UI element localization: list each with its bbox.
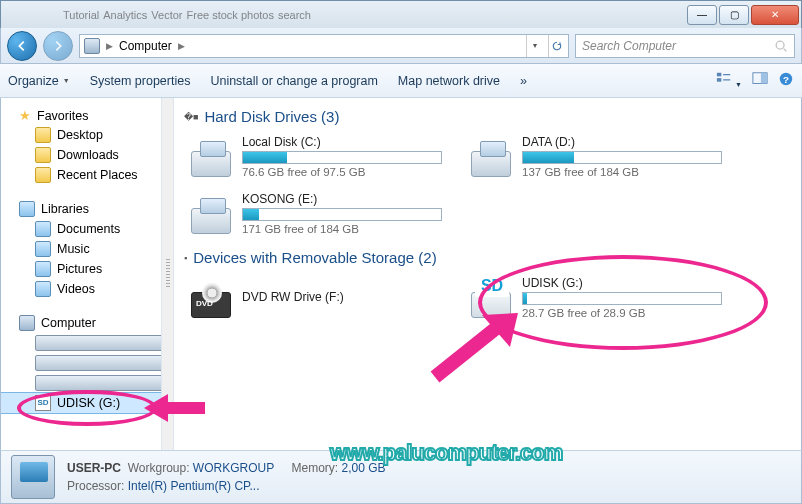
hard-drive-icon	[470, 137, 512, 177]
sidebar-item-data-d[interactable]: DATA (D:)	[1, 353, 161, 373]
bg-tab: search	[278, 9, 311, 21]
computer-name: USER-PC	[67, 461, 121, 475]
section-hard-disk-drives[interactable]: �■Hard Disk Drives (3)	[184, 104, 791, 131]
memory-label: Memory:	[292, 461, 339, 475]
sidebar-item-downloads[interactable]: Downloads	[1, 145, 161, 165]
help-button[interactable]: ?	[778, 71, 794, 90]
chevron-right-icon: ▶	[178, 41, 185, 51]
workgroup-label: Workgroup:	[128, 461, 190, 475]
processor-value: Intel(R) Pentium(R) CP...	[128, 479, 260, 493]
sidebar-item-videos[interactable]: Videos	[1, 279, 161, 299]
search-icon	[774, 39, 788, 53]
minimize-button[interactable]: —	[687, 5, 717, 25]
map-drive-button[interactable]: Map network drive	[398, 74, 500, 88]
breadcrumb-segment[interactable]: Computer	[119, 39, 172, 53]
drive-free-text: 76.6 GB free of 97.5 GB	[242, 166, 458, 178]
music-icon	[35, 241, 51, 257]
usage-bar	[242, 151, 442, 164]
chevron-down-icon: ▼	[63, 77, 70, 84]
pictures-icon	[35, 261, 51, 277]
search-placeholder: Search Computer	[582, 39, 676, 53]
preview-pane-icon	[752, 71, 768, 87]
svg-point-0	[776, 41, 784, 49]
sidebar-item-local-disk-c[interactable]: Local Disk (C:)	[1, 333, 161, 353]
bg-tab: Tutorial	[63, 9, 99, 21]
favorites-group[interactable]: ★Favorites	[1, 104, 161, 125]
sidebar-item-kosong-e[interactable]: KOSONG (E:)	[1, 373, 161, 393]
svg-rect-2	[716, 78, 720, 82]
bg-tab: Free stock photos	[187, 9, 274, 21]
svg-rect-4	[761, 73, 767, 84]
collapse-icon: ▪	[184, 253, 187, 263]
drive-free-text: 28.7 GB free of 28.9 GB	[522, 307, 738, 319]
close-button[interactable]: ✕	[751, 5, 799, 25]
refresh-icon	[551, 40, 563, 52]
sidebar-item-udisk-g[interactable]: SDUDISK (G:)	[1, 393, 161, 413]
maximize-button[interactable]: ▢	[719, 5, 749, 25]
refresh-button[interactable]	[548, 35, 564, 57]
sidebar-item-pictures[interactable]: Pictures	[1, 259, 161, 279]
drive-icon	[35, 375, 161, 391]
address-bar[interactable]: ▶ Computer ▶ ▾	[79, 34, 569, 58]
details-pane: USER-PC Workgroup: WORKGROUP Memory: 2,0…	[0, 450, 802, 504]
svg-text:?: ?	[783, 74, 789, 85]
address-dropdown-button[interactable]: ▾	[526, 35, 542, 57]
sidebar-item-recent[interactable]: Recent Places	[1, 165, 161, 185]
back-button[interactable]	[7, 31, 37, 61]
computer-icon	[19, 315, 35, 331]
sidebar-item-music[interactable]: Music	[1, 239, 161, 259]
dvd-drive-icon	[190, 278, 232, 318]
bg-tab: Analytics	[103, 9, 147, 21]
libraries-icon	[19, 201, 35, 217]
documents-icon	[35, 221, 51, 237]
toolbar-overflow[interactable]: »	[520, 74, 527, 88]
hard-drive-icon	[190, 194, 232, 234]
navbar: ▶ Computer ▶ ▾ Search Computer	[0, 28, 802, 64]
drive-udisk-g[interactable]: UDISK (G:) 28.7 GB free of 28.9 GB	[464, 272, 744, 329]
explorer-body: ★Favorites Desktop Downloads Recent Plac…	[0, 98, 802, 450]
bg-tab: Vector	[151, 9, 182, 21]
drive-icon	[35, 335, 161, 351]
drive-local-disk-c[interactable]: Local Disk (C:) 76.6 GB free of 97.5 GB	[184, 131, 464, 188]
sidebar-item-documents[interactable]: Documents	[1, 219, 161, 239]
arrow-left-icon	[15, 39, 29, 53]
view-options-button[interactable]: ▼	[716, 71, 742, 90]
computer-large-icon	[11, 455, 55, 499]
recent-icon	[35, 167, 51, 183]
preview-pane-button[interactable]	[752, 71, 768, 90]
background-tabs: Tutorial Analytics Vector Free stock pho…	[3, 9, 685, 21]
drive-kosong-e[interactable]: KOSONG (E:) 171 GB free of 184 GB	[184, 188, 464, 245]
drive-free-text: 171 GB free of 184 GB	[242, 223, 458, 235]
drive-label: DVD RW Drive (F:)	[242, 290, 458, 304]
sd-card-icon: SD	[35, 395, 51, 411]
content-pane: �■Hard Disk Drives (3) Local Disk (C:) 7…	[174, 98, 801, 450]
drive-dvd-f[interactable]: DVD RW Drive (F:)	[184, 272, 464, 329]
drive-free-text: 137 GB free of 184 GB	[522, 166, 738, 178]
drive-data-d[interactable]: DATA (D:) 137 GB free of 184 GB	[464, 131, 744, 188]
drive-label: DATA (D:)	[522, 135, 738, 149]
computer-icon	[84, 38, 100, 54]
sidebar-item-desktop[interactable]: Desktop	[1, 125, 161, 145]
desktop-icon	[35, 127, 51, 143]
drive-label: Local Disk (C:)	[242, 135, 458, 149]
svg-rect-1	[716, 73, 720, 77]
help-icon: ?	[778, 71, 794, 87]
drive-icon	[35, 355, 161, 371]
memory-value: 2,00 GB	[342, 461, 386, 475]
libraries-group[interactable]: Libraries	[1, 197, 161, 219]
titlebar: Tutorial Analytics Vector Free stock pho…	[0, 0, 802, 28]
workgroup-value: WORKGROUP	[193, 461, 274, 475]
forward-button[interactable]	[43, 31, 73, 61]
search-box[interactable]: Search Computer	[575, 34, 795, 58]
processor-label: Processor:	[67, 479, 124, 493]
hard-drive-icon	[190, 137, 232, 177]
computer-group[interactable]: Computer	[1, 311, 161, 333]
organize-button[interactable]: Organize▼	[8, 74, 70, 88]
sd-card-icon	[470, 278, 512, 318]
uninstall-button[interactable]: Uninstall or change a program	[210, 74, 377, 88]
drive-label: UDISK (G:)	[522, 276, 738, 290]
navigation-pane: ★Favorites Desktop Downloads Recent Plac…	[1, 98, 161, 450]
section-removable-storage[interactable]: ▪Devices with Removable Storage (2)	[184, 245, 791, 272]
splitter[interactable]	[161, 98, 174, 450]
system-properties-button[interactable]: System properties	[90, 74, 191, 88]
